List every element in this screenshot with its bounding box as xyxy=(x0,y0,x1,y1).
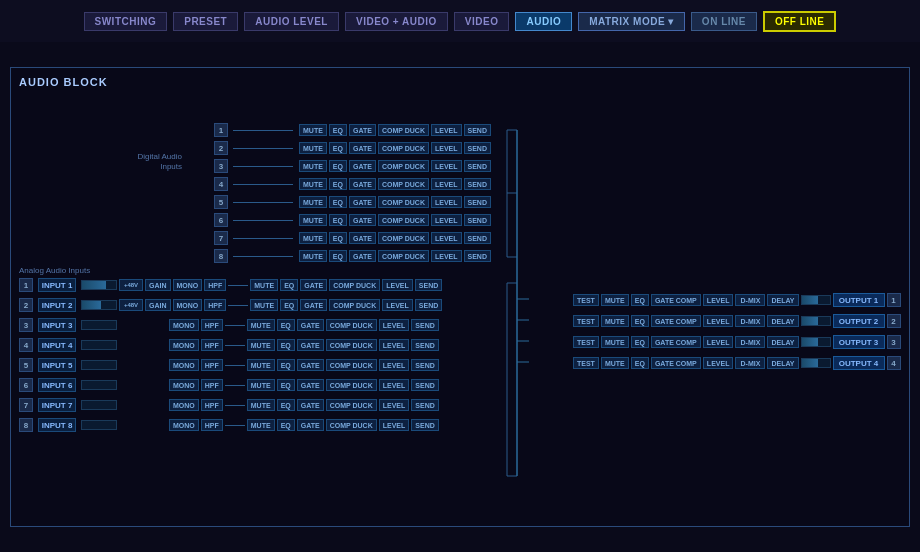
compduck-btn-a4[interactable]: COMP DUCK xyxy=(326,339,377,351)
compduck-btn-d3[interactable]: COMP DUCK xyxy=(378,160,429,172)
mute-btn-o2[interactable]: MUTE xyxy=(601,315,629,327)
eq-btn-a3[interactable]: EQ xyxy=(277,319,295,331)
level-btn-d5[interactable]: LEVEL xyxy=(431,196,462,208)
send-btn-a4[interactable]: SEND xyxy=(411,339,438,351)
nav-on-line[interactable]: ON LINE xyxy=(691,12,757,31)
hpf-btn-4[interactable]: HPF xyxy=(201,339,223,351)
level-btn-d6[interactable]: LEVEL xyxy=(431,214,462,226)
hpf-btn-3[interactable]: HPF xyxy=(201,319,223,331)
test-btn-o4[interactable]: TEST xyxy=(573,357,599,369)
level-btn-d1[interactable]: LEVEL xyxy=(431,124,462,136)
send-btn-a6[interactable]: SEND xyxy=(411,379,438,391)
eq-btn-o2[interactable]: EQ xyxy=(631,315,649,327)
send-btn-d4[interactable]: SEND xyxy=(464,178,491,190)
mute-btn-d2[interactable]: MUTE xyxy=(299,142,327,154)
mute-btn-d3[interactable]: MUTE xyxy=(299,160,327,172)
nav-video[interactable]: VIDEO xyxy=(454,12,510,31)
nav-audio-level[interactable]: AUDIO LEVEL xyxy=(244,12,339,31)
compduck-btn-a8[interactable]: COMP DUCK xyxy=(326,419,377,431)
mute-btn-a2[interactable]: MUTE xyxy=(250,299,278,311)
gate-btn-a5[interactable]: GATE xyxy=(297,359,324,371)
level-btn-o3[interactable]: LEVEL xyxy=(703,336,734,348)
gate-btn-d2[interactable]: GATE xyxy=(349,142,376,154)
eq-btn-d7[interactable]: EQ xyxy=(329,232,347,244)
hpf-btn-2[interactable]: HPF xyxy=(204,299,226,311)
mute-btn-a3[interactable]: MUTE xyxy=(247,319,275,331)
hpf-btn-1[interactable]: HPF xyxy=(204,279,226,291)
test-btn-o2[interactable]: TEST xyxy=(573,315,599,327)
gatecomp-btn-o3[interactable]: GATE COMP xyxy=(651,336,701,348)
gain-btn-1[interactable]: GAIN xyxy=(145,279,171,291)
send-btn-a1[interactable]: SEND xyxy=(415,279,442,291)
mute-btn-a5[interactable]: MUTE xyxy=(247,359,275,371)
eq-btn-a5[interactable]: EQ xyxy=(277,359,295,371)
mono-btn-2[interactable]: MONO xyxy=(173,299,203,311)
hpf-btn-5[interactable]: HPF xyxy=(201,359,223,371)
delay-btn-o2[interactable]: DELAY xyxy=(767,315,798,327)
gate-btn-a1[interactable]: GATE xyxy=(300,279,327,291)
mute-btn-a7[interactable]: MUTE xyxy=(247,399,275,411)
compduck-btn-d2[interactable]: COMP DUCK xyxy=(378,142,429,154)
level-btn-d2[interactable]: LEVEL xyxy=(431,142,462,154)
gate-btn-d7[interactable]: GATE xyxy=(349,232,376,244)
compduck-btn-d6[interactable]: COMP DUCK xyxy=(378,214,429,226)
phantom-btn-1[interactable]: +48V xyxy=(119,279,143,291)
test-btn-o1[interactable]: TEST xyxy=(573,294,599,306)
delay-btn-o4[interactable]: DELAY xyxy=(767,357,798,369)
nav-switching[interactable]: SWITCHING xyxy=(84,12,168,31)
eq-btn-d8[interactable]: EQ xyxy=(329,250,347,262)
compduck-btn-a3[interactable]: COMP DUCK xyxy=(326,319,377,331)
compduck-btn-d1[interactable]: COMP DUCK xyxy=(378,124,429,136)
mute-btn-d7[interactable]: MUTE xyxy=(299,232,327,244)
mono-btn-7[interactable]: MONO xyxy=(169,399,199,411)
compduck-btn-d4[interactable]: COMP DUCK xyxy=(378,178,429,190)
mute-btn-a8[interactable]: MUTE xyxy=(247,419,275,431)
delay-btn-o3[interactable]: DELAY xyxy=(767,336,798,348)
eq-btn-a2[interactable]: EQ xyxy=(280,299,298,311)
compduck-btn-d7[interactable]: COMP DUCK xyxy=(378,232,429,244)
mute-btn-a6[interactable]: MUTE xyxy=(247,379,275,391)
eq-btn-o4[interactable]: EQ xyxy=(631,357,649,369)
eq-btn-a1[interactable]: EQ xyxy=(280,279,298,291)
phantom-btn-2[interactable]: +48V xyxy=(119,299,143,311)
level-btn-a7[interactable]: LEVEL xyxy=(379,399,410,411)
gate-btn-d1[interactable]: GATE xyxy=(349,124,376,136)
compduck-btn-a2[interactable]: COMP DUCK xyxy=(329,299,380,311)
test-btn-o3[interactable]: TEST xyxy=(573,336,599,348)
mute-btn-o1[interactable]: MUTE xyxy=(601,294,629,306)
level-btn-o2[interactable]: LEVEL xyxy=(703,315,734,327)
gatecomp-btn-o2[interactable]: GATE COMP xyxy=(651,315,701,327)
compduck-btn-d8[interactable]: COMP DUCK xyxy=(378,250,429,262)
gate-btn-a6[interactable]: GATE xyxy=(297,379,324,391)
mute-btn-d8[interactable]: MUTE xyxy=(299,250,327,262)
level-btn-o1[interactable]: LEVEL xyxy=(703,294,734,306)
send-btn-d5[interactable]: SEND xyxy=(464,196,491,208)
nav-off-line[interactable]: OFF LINE xyxy=(763,11,837,32)
send-btn-d7[interactable]: SEND xyxy=(464,232,491,244)
level-btn-a2[interactable]: LEVEL xyxy=(382,299,413,311)
dmix-btn-o2[interactable]: D-MIX xyxy=(735,315,765,327)
compduck-btn-d5[interactable]: COMP DUCK xyxy=(378,196,429,208)
nav-matrix-mode[interactable]: MATRIX MODE ▾ xyxy=(578,12,685,31)
mono-btn-1[interactable]: MONO xyxy=(173,279,203,291)
level-btn-a6[interactable]: LEVEL xyxy=(379,379,410,391)
send-btn-d8[interactable]: SEND xyxy=(464,250,491,262)
eq-btn-d2[interactable]: EQ xyxy=(329,142,347,154)
gatecomp-btn-o1[interactable]: GATE COMP xyxy=(651,294,701,306)
gate-btn-d5[interactable]: GATE xyxy=(349,196,376,208)
gate-btn-a8[interactable]: GATE xyxy=(297,419,324,431)
level-btn-d4[interactable]: LEVEL xyxy=(431,178,462,190)
eq-btn-d6[interactable]: EQ xyxy=(329,214,347,226)
mute-btn-a4[interactable]: MUTE xyxy=(247,339,275,351)
send-btn-d6[interactable]: SEND xyxy=(464,214,491,226)
mute-btn-o4[interactable]: MUTE xyxy=(601,357,629,369)
mute-btn-d1[interactable]: MUTE xyxy=(299,124,327,136)
send-btn-a7[interactable]: SEND xyxy=(411,399,438,411)
mute-btn-o3[interactable]: MUTE xyxy=(601,336,629,348)
dmix-btn-o3[interactable]: D-MIX xyxy=(735,336,765,348)
mono-btn-3[interactable]: MONO xyxy=(169,319,199,331)
gate-btn-d3[interactable]: GATE xyxy=(349,160,376,172)
compduck-btn-a1[interactable]: COMP DUCK xyxy=(329,279,380,291)
send-btn-d3[interactable]: SEND xyxy=(464,160,491,172)
send-btn-a2[interactable]: SEND xyxy=(415,299,442,311)
